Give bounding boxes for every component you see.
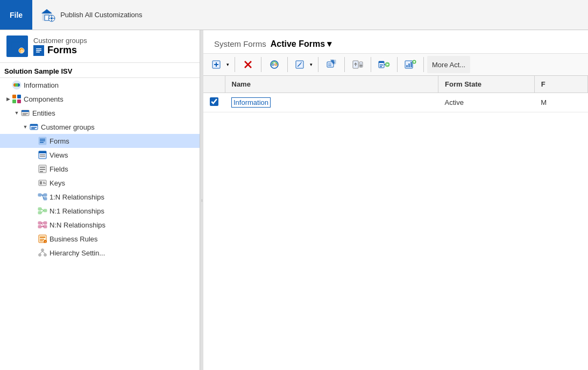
publish-button[interactable]: Publish All Customizations [32,0,151,30]
svg-rect-63 [44,225,47,228]
row-formstate-cell: Active [438,93,535,112]
activate-button[interactable] [265,56,284,73]
svg-rect-16 [36,50,41,51]
row-checkbox[interactable] [210,97,218,106]
toggle-1n-rel [30,193,38,201]
sidebar-item-keys[interactable]: Keys [0,176,200,190]
activate-icon [268,60,280,69]
svg-line-77 [42,252,45,254]
svg-rect-40 [40,154,45,155]
col-f-header[interactable]: F [534,76,587,93]
sidebar-item-forms[interactable]: Forms [0,134,200,148]
row-f-value: M [541,98,547,106]
toolbar-sep-6 [371,57,371,72]
col-checkbox [203,76,225,93]
file-button[interactable]: File [0,0,32,30]
publish-icon [41,8,56,23]
svg-rect-10 [13,44,21,45]
import-icon [352,60,364,69]
svg-rect-22 [12,95,16,98]
svg-rect-15 [36,48,41,49]
svg-rect-17 [36,52,40,53]
svg-rect-98 [379,61,384,63]
fields-label: Fields [49,165,68,173]
sidebar-item-views[interactable]: Views [0,148,200,162]
new-split-button[interactable]: ▾ [208,56,231,73]
svg-rect-56 [38,211,41,214]
fields-icon [38,164,47,174]
import-button[interactable] [348,56,367,73]
information-form-link[interactable]: Information [231,97,271,108]
svg-rect-31 [30,124,38,126]
row-formstate-value: Active [445,98,464,106]
sidebar-item-customer-groups[interactable]: ▼ Customer groups [0,120,200,134]
sidebar-item-biz-rules[interactable]: ! Business Rules [0,232,200,246]
svg-line-59 [41,211,44,213]
keys-icon [38,178,47,188]
sidebar-item-entities[interactable]: ▼ Entities [0,106,200,120]
sidebar-header: ⚙ Customer groups Forms [0,30,200,63]
col-formstate-header[interactable]: Form State [438,76,535,93]
svg-rect-99 [380,65,383,66]
edit-button-main[interactable] [291,56,307,73]
row-name-cell[interactable]: Information [225,93,438,112]
add-chart-button[interactable] [401,56,420,73]
col-name-header[interactable]: Name [225,76,438,93]
sidebar-item-fields[interactable]: Fields [0,162,200,176]
svg-rect-69 [40,239,44,240]
hier-settings-label: Hierarchy Settin... [49,249,105,257]
table-row: Information Active M [203,93,588,112]
run-workflows-button[interactable] [374,56,394,73]
components-icon [12,94,22,104]
new-button-main[interactable] [208,56,224,73]
toggle-entities: ▼ [13,109,20,117]
forms-tree-icon [38,136,47,146]
svg-rect-48 [43,183,46,184]
svg-point-21 [15,83,18,87]
export-button[interactable] [322,56,341,73]
svg-rect-105 [406,65,408,67]
edit-icon [295,60,304,69]
toolbar-sep-7 [397,57,398,72]
edit-split-button[interactable]: ▾ [291,56,315,73]
svg-rect-55 [38,208,41,210]
active-forms-label: Active Forms [271,39,325,49]
delete-icon [243,60,253,69]
svg-rect-60 [38,222,41,224]
sidebar-item-n1-rel[interactable]: N:1 Relationships [0,204,200,218]
sidebar-item-components[interactable]: ▶ Components [0,92,200,106]
delete-button[interactable] [238,56,258,73]
publish-label: Publish All Customizations [60,11,142,19]
svg-rect-23 [17,95,21,98]
information-label: Information [24,81,59,89]
forms-icon [33,45,44,56]
toggle-customer-groups: ▼ [22,123,29,131]
new-button-arrow[interactable]: ▾ [224,56,231,73]
nn-rel-icon [38,220,47,230]
sidebar-item-1n-rel[interactable]: 1:N Relationships [0,190,200,204]
sidebar-item-information[interactable]: Information [0,78,200,92]
svg-rect-36 [40,140,45,141]
more-actions-button[interactable]: More Act... [427,56,470,73]
toolbar-sep-8 [423,57,424,72]
keys-label: Keys [49,179,65,187]
table-area: Name Form State F [203,76,588,370]
form-state-label: Form State [445,80,481,88]
svg-rect-33 [31,129,35,130]
active-forms-dropdown[interactable]: Active Forms ▾ [271,39,331,49]
row-f-cell: M [534,93,587,112]
svg-line-76 [40,252,42,254]
svg-rect-39 [39,151,46,153]
table-header-row: Name Form State F [203,76,588,93]
svg-rect-28 [23,113,28,114]
svg-point-74 [39,254,41,257]
sidebar-item-hier-settings[interactable]: Hierarchy Settin... [0,246,200,260]
svg-rect-49 [43,182,45,183]
sidebar-item-nn-rel[interactable]: N:N Relationships [0,218,200,232]
row-checkbox-cell[interactable] [203,93,225,112]
views-label: Views [49,151,68,159]
svg-point-73 [41,249,44,252]
toggle-nn-rel [30,221,38,229]
svg-rect-47 [40,181,42,184]
edit-button-arrow[interactable]: ▾ [307,56,315,73]
